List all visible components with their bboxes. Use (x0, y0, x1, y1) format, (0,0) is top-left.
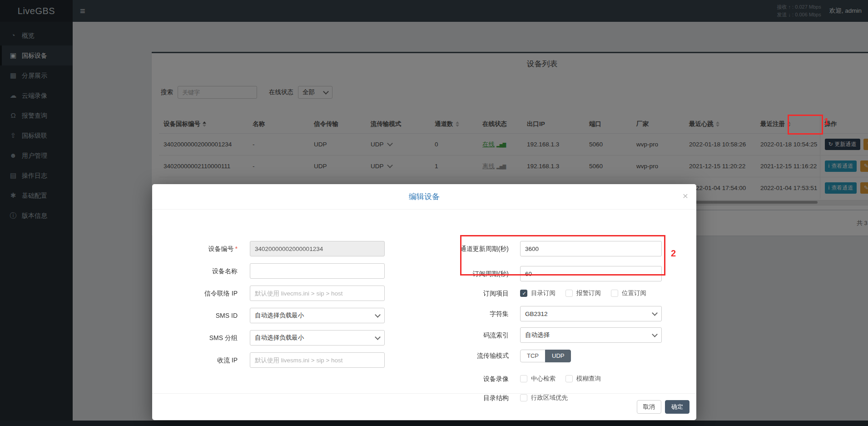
recv-ip-label: 收流 IP (161, 352, 238, 368)
sip-host-field[interactable] (250, 286, 385, 301)
sms-id-label: SMS ID (161, 308, 238, 323)
device-name-label: 设备名称 (161, 263, 238, 279)
device-name-field[interactable] (250, 263, 385, 279)
stream-mode-toggle: TCP UDP (520, 350, 571, 362)
modal-body: 设备编号* 设备名称 信令联络 IP SMS ID 自动选择负载最小 SMS 分… (152, 209, 696, 393)
center-search-checkbox[interactable] (520, 375, 527, 382)
chevron-down-icon (375, 312, 381, 318)
modal-footer: 取消 确定 (152, 393, 696, 420)
device-id-label: 设备编号* (161, 241, 238, 256)
stream-mode-label: 流传输模式 (425, 348, 509, 363)
alarm-subscribe-checkbox[interactable] (565, 290, 573, 297)
recv-ip-field[interactable] (250, 352, 385, 368)
charset-select[interactable]: GB2312 (520, 306, 662, 321)
subscribe-items-group: 目录订阅 报警订阅 位置订阅 (520, 287, 656, 299)
device-record-label: 设备录像 (425, 371, 509, 386)
edit-device-modal: 编辑设备 × 设备编号* 设备名称 信令联络 IP SMS ID 自动选择负载最… (152, 184, 696, 420)
tcp-option[interactable]: TCP (520, 350, 546, 362)
channel-refresh-label: 通道更新周期(秒) (425, 241, 509, 256)
confirm-button[interactable]: 确定 (665, 400, 689, 414)
required-asterisk: * (235, 245, 238, 252)
catalog-subscribe-checkbox[interactable] (520, 290, 527, 297)
position-subscribe-checkbox[interactable] (611, 290, 618, 297)
modal-title: 编辑设备 (152, 184, 696, 209)
channel-refresh-field[interactable] (520, 241, 662, 256)
sip-host-label: 信令联络 IP (161, 286, 238, 301)
cancel-button[interactable]: 取消 (637, 400, 661, 414)
sms-group-select[interactable]: 自动选择负载最小 (250, 330, 385, 346)
stream-index-select[interactable]: 自动选择 (520, 327, 662, 343)
close-icon[interactable]: × (683, 191, 688, 200)
charset-label: 字符集 (425, 306, 509, 321)
chevron-down-icon (375, 334, 381, 340)
fuzzy-query-checkbox[interactable] (565, 375, 573, 382)
subscribe-items-label: 订阅项目 (425, 286, 509, 301)
chevron-down-icon (652, 310, 658, 316)
udp-option[interactable]: UDP (545, 350, 571, 362)
modal-header: 编辑设备 × (152, 184, 696, 210)
device-id-field (250, 241, 385, 256)
stream-index-label: 码流索引 (425, 327, 509, 343)
sms-id-select[interactable]: 自动选择负载最小 (250, 308, 385, 323)
chevron-down-icon (652, 331, 658, 337)
device-record-group: 中心检索 模糊查询 (520, 373, 611, 385)
subscribe-period-label: 订阅周期(秒) (425, 266, 509, 281)
sms-group-label: SMS 分组 (161, 330, 238, 346)
subscribe-period-field[interactable] (520, 266, 662, 281)
